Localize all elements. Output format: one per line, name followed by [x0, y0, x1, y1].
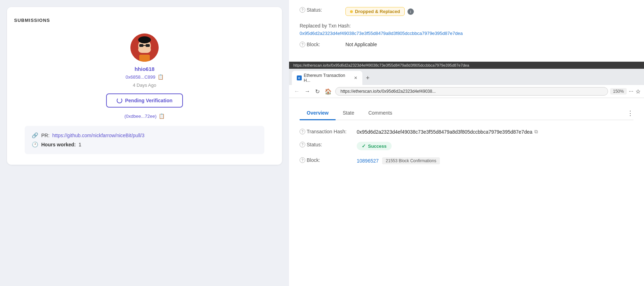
svg-rect-3 — [139, 44, 143, 47]
success-check-icon: ✓ — [362, 143, 366, 149]
spinner-icon — [117, 98, 122, 103]
success-label: Success — [368, 144, 387, 149]
copy-txn-icon[interactable]: 📋 — [159, 113, 165, 119]
menu-dots[interactable]: ··· — [629, 88, 633, 95]
tab-favicon: E — [297, 75, 302, 80]
block-detail-label: ? Block: — [300, 157, 352, 163]
txn-hash-detail-row: ? Transaction Hash: 0x95d6d2a2323d4ef490… — [300, 129, 633, 135]
block-question-icon[interactable]: ? — [300, 42, 305, 47]
svg-point-6 — [138, 36, 151, 43]
submissions-title: SUBMISSIONS — [14, 18, 50, 23]
replaced-txn-hash[interactable]: 0x95d6d2a2323d4ef49038c73e3f55d8479a8d3f… — [300, 31, 633, 36]
forward-button[interactable]: → — [303, 87, 312, 95]
tab-comments[interactable]: Comments — [361, 107, 399, 120]
svg-rect-2 — [138, 46, 151, 53]
success-badge: ✓ Success — [357, 142, 392, 150]
status-field-row: ? Status: Dropped & Replaced i — [300, 7, 633, 16]
tabs-row: Overview State Comments ⋮ — [300, 107, 633, 120]
pr-label: PR: — [41, 133, 49, 138]
home-button[interactable]: 🏠 — [323, 87, 333, 96]
info-card: 🔗 PR: https://github.com/nickfarrow/nice… — [25, 126, 264, 154]
replaced-by-section: Replaced by Txn Hash: 0x95d6d2a2323d4ef4… — [300, 23, 633, 36]
wallet-address-row: 0x6858...C899 📋 — [125, 74, 164, 80]
pending-verification-button[interactable]: Pending Verification — [106, 93, 183, 108]
copy-wallet-icon[interactable]: 📋 — [158, 74, 164, 80]
right-panel: ? Status: Dropped & Replaced i Replaced … — [289, 0, 644, 286]
browser-chrome: E Ethereum Transaction H... ✕ + ← → ↻ 🏠 … — [289, 69, 644, 98]
pr-link[interactable]: https://github.com/nickfarrow/niceBit/pu… — [52, 133, 144, 138]
timestamp: 4 Days Ago — [133, 83, 157, 88]
svg-rect-7 — [139, 55, 150, 62]
avatar — [130, 34, 159, 62]
link-icon: 🔗 — [32, 132, 38, 139]
block-detail-row: ? Block: 10896527 21553 Block Confirmati… — [300, 157, 633, 164]
zoom-label: 150% — [610, 88, 627, 95]
username[interactable]: hhio618 — [135, 66, 155, 72]
submissions-card: SUBMISSIONS hhio618 0x6858...C899 📋 — [7, 7, 282, 165]
pending-label: Pending Verification — [125, 98, 173, 103]
warn-dot — [350, 10, 353, 13]
txn-question-icon[interactable]: ? — [300, 129, 305, 134]
tab-more-icon[interactable]: ⋮ — [627, 109, 633, 117]
txn-hash-link[interactable]: (0xdbee...72ee) — [124, 114, 157, 119]
confirmations-badge: 21553 Block Confirmations — [382, 157, 440, 164]
refresh-button[interactable]: ↻ — [314, 87, 321, 96]
dropped-replaced-badge: Dropped & Replaced — [345, 7, 405, 16]
status-question-icon[interactable]: ? — [300, 7, 305, 13]
block2-question-icon[interactable]: ? — [300, 157, 305, 163]
txn-hash-detail-label: ? Transaction Hash: — [300, 129, 352, 134]
tab-close-button[interactable]: ✕ — [354, 75, 357, 80]
tab-overview[interactable]: Overview — [300, 107, 336, 120]
new-tab-button[interactable]: + — [363, 74, 373, 82]
block-number[interactable]: 10896527 — [357, 158, 379, 164]
tab-bar: E Ethereum Transaction H... ✕ + — [289, 69, 644, 85]
txn-hash-row: (0xdbee...72ee) 📋 — [124, 113, 165, 119]
dropped-replaced-section: ? Status: Dropped & Replaced i Replaced … — [289, 0, 644, 62]
bookmark-icon[interactable]: ☆ — [636, 88, 640, 95]
info-circle-icon[interactable]: i — [407, 8, 414, 15]
tab-state[interactable]: State — [336, 107, 361, 120]
url-tooltip: https://etherscan.io/tx/0x95d6d2a2323d4e… — [289, 62, 644, 69]
txn-hash-detail-value: 0x95d6d2a2323d4ef49038c73e3f55d8479a8d3f… — [357, 129, 532, 135]
hours-value: 1 — [79, 142, 81, 147]
status-detail-label: ? Status: — [300, 142, 352, 147]
wallet-address[interactable]: 0x6858...C899 — [125, 74, 155, 80]
status-field-label: ? Status: — [300, 7, 342, 13]
not-applicable-value: Not Applicable — [345, 42, 377, 47]
clock-icon: 🕐 — [32, 141, 38, 148]
address-bar-row: ← → ↻ 🏠 150% ··· ☆ — [289, 85, 644, 98]
pr-row: 🔗 PR: https://github.com/nickfarrow/nice… — [32, 132, 257, 139]
status-detail-row: ? Status: ✓ Success — [300, 142, 633, 150]
replaced-by-label: Replaced by Txn Hash: — [300, 23, 633, 29]
block-field-label: ? Block: — [300, 42, 342, 47]
left-panel: SUBMISSIONS hhio618 0x6858...C899 📋 — [0, 0, 289, 286]
tab-label: Ethereum Transaction H... — [304, 73, 352, 83]
hours-row: 🕐 Hours worked: 1 — [32, 141, 257, 148]
address-input[interactable] — [335, 87, 608, 96]
etherscan-content: Overview State Comments ⋮ ? Transaction … — [289, 98, 644, 286]
back-button[interactable]: ← — [293, 87, 301, 95]
svg-rect-4 — [146, 44, 150, 47]
block-field-row: ? Block: Not Applicable — [300, 42, 633, 47]
status2-question-icon[interactable]: ? — [300, 142, 305, 147]
hours-label: Hours worked: — [41, 142, 76, 147]
copy-txn-hash-button[interactable]: ⧉ — [534, 129, 538, 135]
dropped-replaced-label: Dropped & Replaced — [355, 9, 400, 14]
browser-tab[interactable]: E Ethereum Transaction H... ✕ — [292, 71, 362, 85]
